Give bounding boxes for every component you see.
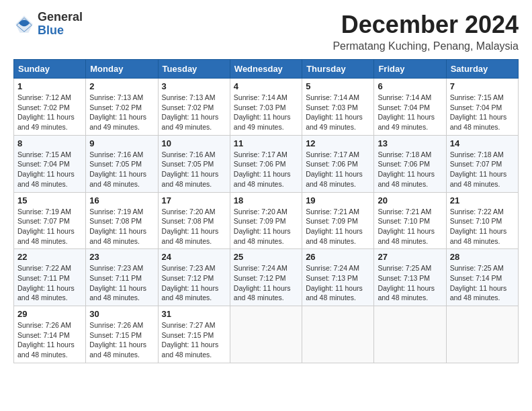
table-row: 1Sunrise: 7:12 AM Sunset: 7:02 PM Daylig… bbox=[14, 79, 86, 136]
day-number: 25 bbox=[234, 252, 298, 262]
day-number: 31 bbox=[162, 309, 226, 319]
table-row: 16Sunrise: 7:19 AM Sunset: 7:08 PM Dayli… bbox=[86, 192, 158, 249]
table-row: 15Sunrise: 7:19 AM Sunset: 7:07 PM Dayli… bbox=[14, 192, 86, 249]
table-row: 8Sunrise: 7:15 AM Sunset: 7:04 PM Daylig… bbox=[14, 135, 86, 192]
table-row: 24Sunrise: 7:23 AM Sunset: 7:12 PM Dayli… bbox=[158, 249, 230, 306]
day-number: 5 bbox=[306, 81, 370, 91]
table-row: 7Sunrise: 7:15 AM Sunset: 7:04 PM Daylig… bbox=[446, 79, 518, 136]
table-row: 31Sunrise: 7:27 AM Sunset: 7:15 PM Dayli… bbox=[158, 306, 230, 363]
table-row: 28Sunrise: 7:25 AM Sunset: 7:14 PM Dayli… bbox=[446, 249, 518, 306]
logo: General Blue bbox=[13, 11, 83, 38]
day-info: Sunrise: 7:25 AM Sunset: 7:14 PM Dayligh… bbox=[450, 263, 515, 303]
table-row: 25Sunrise: 7:24 AM Sunset: 7:12 PM Dayli… bbox=[230, 249, 302, 306]
day-info: Sunrise: 7:26 AM Sunset: 7:15 PM Dayligh… bbox=[89, 320, 154, 360]
day-info: Sunrise: 7:27 AM Sunset: 7:15 PM Dayligh… bbox=[162, 320, 226, 360]
page-header: General Blue December 2024 Permatang Kuc… bbox=[13, 11, 519, 52]
calendar-week-row: 8Sunrise: 7:15 AM Sunset: 7:04 PM Daylig… bbox=[14, 135, 519, 192]
day-number: 23 bbox=[89, 252, 154, 262]
day-number: 6 bbox=[378, 81, 442, 91]
day-number: 8 bbox=[17, 138, 82, 148]
day-info: Sunrise: 7:24 AM Sunset: 7:12 PM Dayligh… bbox=[234, 263, 298, 303]
header-wednesday: Wednesday bbox=[230, 60, 302, 79]
day-info: Sunrise: 7:20 AM Sunset: 7:09 PM Dayligh… bbox=[234, 207, 298, 246]
table-row: 14Sunrise: 7:18 AM Sunset: 7:07 PM Dayli… bbox=[446, 135, 518, 192]
table-row: 20Sunrise: 7:21 AM Sunset: 7:10 PM Dayli… bbox=[374, 192, 446, 249]
calendar-week-row: 15Sunrise: 7:19 AM Sunset: 7:07 PM Dayli… bbox=[14, 192, 519, 249]
table-row: 10Sunrise: 7:16 AM Sunset: 7:05 PM Dayli… bbox=[158, 135, 230, 192]
table-row: 6Sunrise: 7:14 AM Sunset: 7:04 PM Daylig… bbox=[374, 79, 446, 136]
day-number: 21 bbox=[450, 195, 515, 205]
day-info: Sunrise: 7:12 AM Sunset: 7:02 PM Dayligh… bbox=[17, 93, 82, 132]
table-row: 9Sunrise: 7:16 AM Sunset: 7:05 PM Daylig… bbox=[86, 135, 158, 192]
table-row: 3Sunrise: 7:13 AM Sunset: 7:02 PM Daylig… bbox=[158, 79, 230, 136]
logo-icon bbox=[13, 13, 35, 35]
calendar-week-row: 1Sunrise: 7:12 AM Sunset: 7:02 PM Daylig… bbox=[14, 79, 519, 136]
table-row: 4Sunrise: 7:14 AM Sunset: 7:03 PM Daylig… bbox=[230, 79, 302, 136]
day-number: 19 bbox=[306, 195, 370, 205]
table-row: 30Sunrise: 7:26 AM Sunset: 7:15 PM Dayli… bbox=[86, 306, 158, 363]
day-info: Sunrise: 7:16 AM Sunset: 7:05 PM Dayligh… bbox=[162, 150, 226, 189]
day-number: 30 bbox=[89, 309, 154, 319]
calendar-table: Sunday Monday Tuesday Wednesday Thursday… bbox=[13, 59, 519, 363]
calendar-week-row: 22Sunrise: 7:22 AM Sunset: 7:11 PM Dayli… bbox=[14, 249, 519, 306]
table-row bbox=[302, 306, 374, 363]
header-thursday: Thursday bbox=[302, 60, 374, 79]
day-info: Sunrise: 7:16 AM Sunset: 7:05 PM Dayligh… bbox=[89, 150, 154, 189]
table-row: 17Sunrise: 7:20 AM Sunset: 7:08 PM Dayli… bbox=[158, 192, 230, 249]
table-row bbox=[374, 306, 446, 363]
table-row bbox=[446, 306, 518, 363]
day-number: 28 bbox=[450, 252, 515, 262]
day-number: 26 bbox=[306, 252, 370, 262]
day-number: 9 bbox=[89, 138, 154, 148]
table-row: 18Sunrise: 7:20 AM Sunset: 7:09 PM Dayli… bbox=[230, 192, 302, 249]
day-number: 20 bbox=[378, 195, 442, 205]
day-info: Sunrise: 7:22 AM Sunset: 7:10 PM Dayligh… bbox=[450, 207, 515, 246]
day-number: 7 bbox=[450, 81, 515, 91]
day-info: Sunrise: 7:18 AM Sunset: 7:07 PM Dayligh… bbox=[450, 150, 515, 189]
day-info: Sunrise: 7:15 AM Sunset: 7:04 PM Dayligh… bbox=[17, 150, 82, 189]
day-info: Sunrise: 7:23 AM Sunset: 7:11 PM Dayligh… bbox=[89, 263, 154, 303]
day-info: Sunrise: 7:24 AM Sunset: 7:13 PM Dayligh… bbox=[306, 263, 370, 303]
table-row: 19Sunrise: 7:21 AM Sunset: 7:09 PM Dayli… bbox=[302, 192, 374, 249]
day-number: 24 bbox=[162, 252, 226, 262]
day-info: Sunrise: 7:20 AM Sunset: 7:08 PM Dayligh… bbox=[162, 207, 226, 246]
day-number: 29 bbox=[17, 309, 82, 319]
table-row: 11Sunrise: 7:17 AM Sunset: 7:06 PM Dayli… bbox=[230, 135, 302, 192]
day-number: 13 bbox=[378, 138, 442, 148]
day-number: 22 bbox=[17, 252, 82, 262]
day-number: 16 bbox=[89, 195, 154, 205]
day-info: Sunrise: 7:19 AM Sunset: 7:08 PM Dayligh… bbox=[89, 207, 154, 246]
table-row: 23Sunrise: 7:23 AM Sunset: 7:11 PM Dayli… bbox=[86, 249, 158, 306]
header-friday: Friday bbox=[374, 60, 446, 79]
day-info: Sunrise: 7:13 AM Sunset: 7:02 PM Dayligh… bbox=[89, 93, 154, 132]
day-number: 11 bbox=[234, 138, 298, 148]
day-info: Sunrise: 7:17 AM Sunset: 7:06 PM Dayligh… bbox=[234, 150, 298, 189]
day-number: 4 bbox=[234, 81, 298, 91]
day-number: 1 bbox=[17, 81, 82, 91]
header-saturday: Saturday bbox=[446, 60, 518, 79]
day-info: Sunrise: 7:22 AM Sunset: 7:11 PM Dayligh… bbox=[17, 263, 82, 303]
day-info: Sunrise: 7:13 AM Sunset: 7:02 PM Dayligh… bbox=[162, 93, 226, 132]
table-row: 12Sunrise: 7:17 AM Sunset: 7:06 PM Dayli… bbox=[302, 135, 374, 192]
table-row: 5Sunrise: 7:14 AM Sunset: 7:03 PM Daylig… bbox=[302, 79, 374, 136]
header-sunday: Sunday bbox=[14, 60, 86, 79]
day-info: Sunrise: 7:14 AM Sunset: 7:03 PM Dayligh… bbox=[234, 93, 298, 132]
day-info: Sunrise: 7:19 AM Sunset: 7:07 PM Dayligh… bbox=[17, 207, 82, 246]
table-row: 21Sunrise: 7:22 AM Sunset: 7:10 PM Dayli… bbox=[446, 192, 518, 249]
day-info: Sunrise: 7:23 AM Sunset: 7:12 PM Dayligh… bbox=[162, 263, 226, 303]
header-monday: Monday bbox=[86, 60, 158, 79]
day-number: 18 bbox=[234, 195, 298, 205]
day-info: Sunrise: 7:17 AM Sunset: 7:06 PM Dayligh… bbox=[306, 150, 370, 189]
title-area: December 2024 Permatang Kuching, Penang,… bbox=[332, 11, 519, 52]
day-number: 14 bbox=[450, 138, 515, 148]
location-title: Permatang Kuching, Penang, Malaysia bbox=[332, 40, 519, 52]
table-row: 27Sunrise: 7:25 AM Sunset: 7:13 PM Dayli… bbox=[374, 249, 446, 306]
table-row: 2Sunrise: 7:13 AM Sunset: 7:02 PM Daylig… bbox=[86, 79, 158, 136]
day-info: Sunrise: 7:18 AM Sunset: 7:06 PM Dayligh… bbox=[378, 150, 442, 189]
day-info: Sunrise: 7:21 AM Sunset: 7:10 PM Dayligh… bbox=[378, 207, 442, 246]
table-row: 13Sunrise: 7:18 AM Sunset: 7:06 PM Dayli… bbox=[374, 135, 446, 192]
month-title: December 2024 bbox=[332, 11, 519, 39]
day-number: 2 bbox=[89, 81, 154, 91]
day-info: Sunrise: 7:15 AM Sunset: 7:04 PM Dayligh… bbox=[450, 93, 515, 132]
day-info: Sunrise: 7:14 AM Sunset: 7:03 PM Dayligh… bbox=[306, 93, 370, 132]
